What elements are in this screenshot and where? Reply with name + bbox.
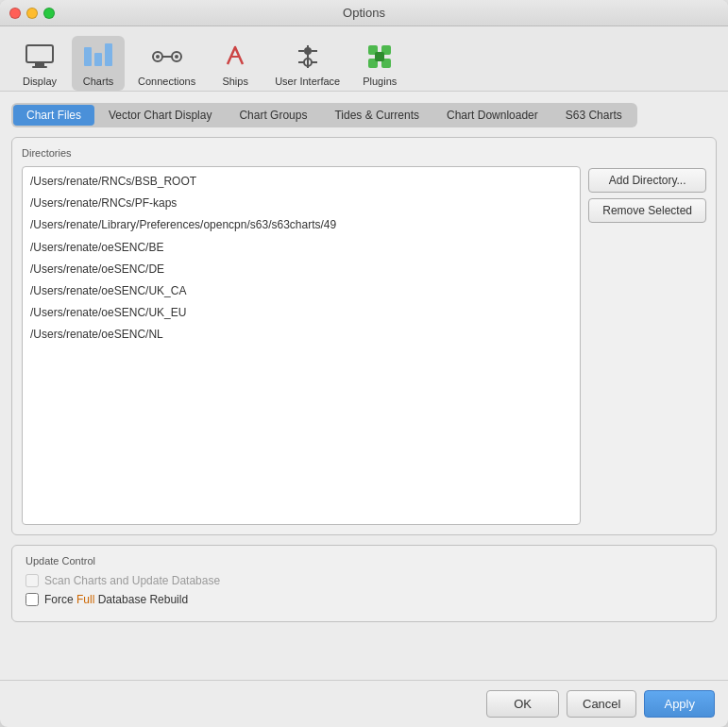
toolbar-charts-label: Charts [83,76,113,87]
window-controls [9,8,55,19]
tabs-bar: Chart Files Vector Chart Display Chart G… [11,103,637,127]
tab-chart-groups[interactable]: Chart Groups [226,105,320,126]
force-rebuild-checkbox[interactable] [25,593,39,606]
force-rebuild-highlight: Full [76,593,94,606]
svg-rect-2 [32,66,47,68]
toolbar-ships-label: Ships [222,76,248,87]
list-item[interactable]: /Users/renate/oeSENC/NL [26,324,576,346]
directories-section: Directories /Users/renate/RNCs/BSB_ROOT … [11,137,717,535]
toolbar-user-interface[interactable]: User Interface [267,36,347,91]
ships-icon [218,40,252,74]
maximize-button[interactable] [43,8,55,19]
svg-rect-23 [375,52,384,61]
toolbar-charts[interactable]: Charts [72,36,125,91]
scan-charts-checkbox[interactable] [25,574,39,587]
plugins-icon [363,40,397,74]
directories-buttons: Add Directory... Remove Selected [588,166,706,525]
svg-rect-3 [84,47,92,66]
toolbar-connections-label: Connections [138,76,195,87]
toolbar-connections[interactable]: Connections [130,36,203,91]
update-control-title: Update Control [25,555,703,566]
update-control-section: Update Control Scan Charts and Update Da… [11,545,717,622]
scan-charts-row: Scan Charts and Update Database [25,574,703,587]
apply-button[interactable]: Apply [644,690,715,718]
tab-chart-downloader[interactable]: Chart Downloader [433,105,551,126]
display-icon [23,40,57,74]
tab-vector-chart-display[interactable]: Vector Chart Display [95,105,225,126]
cancel-button[interactable]: Cancel [567,690,636,718]
options-window: Options Display Charts [0,0,728,727]
svg-rect-0 [26,45,53,62]
force-rebuild-label: Force Full Database Rebuild [44,593,188,606]
toolbar: Display Charts C [0,26,728,92]
ok-button[interactable]: OK [486,690,559,718]
scan-charts-label: Scan Charts and Update Database [44,574,220,587]
list-item[interactable]: /Users/renate/oeSENC/UK_CA [26,280,576,302]
svg-point-10 [175,55,178,59]
close-button[interactable] [9,8,21,19]
force-rebuild-row: Force Full Database Rebuild [25,593,703,606]
toolbar-plugins[interactable]: Plugins [353,36,406,91]
toolbar-user-interface-label: User Interface [275,76,340,87]
tab-tides-currents[interactable]: Tides & Currents [321,105,432,126]
tab-s63-charts[interactable]: S63 Charts [552,105,635,126]
toolbar-display[interactable]: Display [13,36,66,91]
list-item[interactable]: /Users/renate/RNCs/BSB_ROOT [26,171,576,193]
tab-chart-files[interactable]: Chart Files [13,105,94,126]
list-item[interactable]: /Users/renate/oeSENC/BE [26,237,576,259]
directories-panel: /Users/renate/RNCs/BSB_ROOT /Users/renat… [22,166,706,525]
svg-point-13 [304,47,312,55]
list-item[interactable]: /Users/renate/oeSENC/DE [26,259,576,280]
svg-rect-5 [105,43,112,66]
add-directory-button[interactable]: Add Directory... [588,168,706,193]
toolbar-ships[interactable]: Ships [209,36,262,91]
footer: OK Cancel Apply [0,680,728,727]
svg-rect-1 [35,62,44,66]
svg-point-9 [156,55,160,59]
connections-icon [150,40,184,74]
directories-list[interactable]: /Users/renate/RNCs/BSB_ROOT /Users/renat… [22,166,581,525]
user-interface-icon [291,40,325,74]
toolbar-display-label: Display [23,76,57,87]
svg-rect-4 [94,53,102,66]
remove-selected-button[interactable]: Remove Selected [588,198,706,223]
list-item[interactable]: /Users/renate/oeSENC/UK_EU [26,302,576,324]
minimize-button[interactable] [26,8,38,19]
titlebar: Options [0,0,728,26]
main-content: Chart Files Vector Chart Display Chart G… [0,92,728,680]
toolbar-plugins-label: Plugins [363,76,397,87]
directories-title: Directories [22,147,706,159]
list-item[interactable]: /Users/renate/RNCs/PF-kaps [26,193,576,214]
window-title: Options [343,6,385,20]
list-item[interactable]: /Users/renate/Library/Preferences/opencp… [26,214,576,236]
charts-icon [81,40,115,74]
